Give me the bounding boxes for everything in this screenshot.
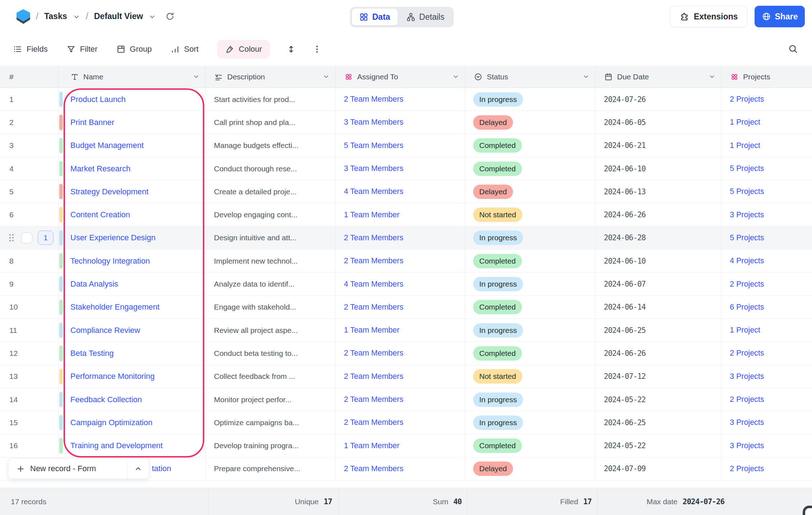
status-cell[interactable]: Delayed [465, 180, 596, 203]
task-description-cell[interactable]: Engage with stakehold... [206, 296, 336, 319]
task-description-cell[interactable]: Review all project aspe... [206, 319, 336, 342]
task-name-cell[interactable]: Technology Integration [59, 250, 206, 273]
status-cell[interactable]: Completed [465, 157, 596, 180]
task-name-link[interactable]: Content Creation [70, 210, 130, 219]
status-cell[interactable]: In progress [465, 319, 596, 342]
task-description-cell[interactable]: Call print shop and pla... [206, 111, 336, 134]
task-description-cell[interactable]: Analyze data to identif... [206, 273, 336, 296]
projects-cell[interactable]: 2 Projects [722, 342, 812, 365]
projects-link[interactable]: 1 Project [730, 118, 760, 127]
projects-link[interactable]: 1 Project [730, 141, 760, 150]
chevron-down-icon[interactable] [583, 73, 589, 80]
task-name-link[interactable]: Training and Development [70, 441, 163, 450]
task-name-cell[interactable]: Product Launch [59, 88, 206, 111]
column-header-due-date[interactable]: Due Date [596, 66, 722, 88]
task-name-link[interactable]: Print Banner [70, 118, 114, 127]
table-row[interactable]: 12 Beta Testing Conduct beta testing to.… [0, 342, 812, 365]
assigned-to-cell[interactable]: 2 Team Members [336, 388, 465, 411]
assigned-to-cell[interactable]: 3 Team Members [336, 111, 465, 134]
extensions-button[interactable]: Extensions [670, 6, 747, 27]
due-date-cell[interactable]: 2024-06-13 [596, 180, 722, 203]
task-name-cell[interactable]: Strategy Development [59, 180, 206, 203]
task-description-cell[interactable]: Manage budgets effecti... [206, 134, 336, 157]
assigned-to-link[interactable]: 2 Team Members [344, 95, 403, 104]
assigned-to-cell[interactable]: 2 Team Members [336, 88, 465, 111]
task-name-cell[interactable]: User Experience Design [59, 227, 206, 250]
assigned-to-link[interactable]: 2 Team Members [344, 395, 403, 404]
task-name-cell[interactable]: Stakeholder Engagement [59, 296, 206, 319]
task-name-cell[interactable]: Content Creation [59, 203, 206, 226]
due-date-cell[interactable]: 2024-06-07 [596, 273, 722, 296]
task-description-cell[interactable]: Implement new technol... [206, 250, 336, 273]
status-cell[interactable]: Completed [465, 434, 596, 457]
assigned-to-link[interactable]: 2 Team Members [344, 256, 403, 265]
status-cell[interactable]: In progress [465, 227, 596, 250]
task-name-cell[interactable]: Data Analysis [59, 273, 206, 296]
assigned-to-link[interactable]: 1 Team Member [344, 441, 400, 450]
column-header-projects[interactable]: Projects [722, 66, 812, 88]
projects-link[interactable]: 2 Projects [730, 464, 764, 473]
row-index-cell[interactable]: 5 [0, 180, 59, 203]
fields-button[interactable]: Fields [13, 45, 48, 54]
task-name-link[interactable]: Technology Integration [70, 256, 150, 266]
table-row[interactable]: 15 Campaign Optimization Optimize campai… [0, 411, 812, 434]
projects-cell[interactable]: 3 Projects [722, 203, 812, 226]
tab-data[interactable]: Data [352, 9, 398, 25]
assigned-to-cell[interactable]: 2 Team Members [336, 411, 465, 434]
assigned-to-cell[interactable]: 2 Team Members [336, 365, 465, 388]
row-index-cell[interactable]: 8 [0, 250, 59, 273]
projects-link[interactable]: 5 Projects [730, 187, 764, 196]
row-index-cell[interactable]: 1 [0, 227, 59, 250]
task-description-cell[interactable]: Design intuitive and att... [206, 227, 336, 250]
table-row[interactable]: 4 Market Research Conduct thorough rese.… [0, 157, 812, 180]
projects-link[interactable]: 2 Projects [730, 280, 764, 289]
projects-link[interactable]: 2 Projects [730, 95, 764, 104]
chevron-down-icon[interactable] [193, 73, 200, 80]
assigned-to-link[interactable]: 5 Team Members [344, 141, 403, 150]
table-row[interactable]: 6 Content Creation Develop engaging cont… [0, 203, 812, 226]
due-date-cell[interactable]: 2024-06-10 [596, 157, 722, 180]
row-index-cell[interactable]: 1 [0, 88, 59, 111]
projects-link[interactable]: 2 Projects [730, 395, 764, 404]
task-name-link[interactable]: Campaign Optimization [70, 418, 153, 427]
projects-cell[interactable]: 1 Project [722, 319, 812, 342]
task-name-cell[interactable]: Compliance Review [59, 319, 206, 342]
status-cell[interactable]: In progress [465, 88, 596, 111]
row-index-cell[interactable]: 4 [0, 157, 59, 180]
assigned-to-link[interactable]: 1 Team Member [344, 326, 400, 335]
status-cell[interactable]: In progress [465, 411, 596, 434]
row-index-cell[interactable]: 11 [0, 319, 59, 342]
column-header-status[interactable]: Status [465, 66, 596, 88]
projects-link[interactable]: 5 Projects [730, 233, 764, 242]
projects-cell[interactable]: 2 Projects [722, 273, 812, 296]
assigned-to-link[interactable]: 3 Team Members [344, 118, 403, 127]
due-date-cell[interactable]: 2024-07-12 [596, 365, 722, 388]
task-name-link[interactable]: Budget Management [70, 141, 144, 150]
table-row[interactable]: 2 Print Banner Call print shop and pla..… [0, 111, 812, 134]
projects-cell[interactable]: 5 Projects [722, 180, 812, 203]
task-name-cell[interactable]: Budget Management [59, 134, 206, 157]
chevron-down-icon[interactable] [709, 73, 715, 80]
projects-cell[interactable]: 3 Projects [722, 434, 812, 457]
task-name-link[interactable]: Data Analysis [70, 279, 118, 289]
stat-filled[interactable]: Filled 17 [560, 488, 592, 515]
assigned-to-link[interactable]: 4 Team Members [344, 280, 403, 289]
due-date-cell[interactable]: 2024-06-05 [596, 111, 722, 134]
assigned-to-link[interactable]: 2 Team Members [344, 418, 403, 427]
colour-button[interactable]: Colour [217, 40, 270, 59]
assigned-to-cell[interactable]: 2 Team Members [336, 342, 465, 365]
assigned-to-link[interactable]: 3 Team Members [344, 164, 403, 173]
row-checkbox[interactable] [21, 232, 32, 243]
task-description-cell[interactable]: Create a detailed proje... [206, 180, 336, 203]
row-index-cell[interactable]: 6 [0, 203, 59, 226]
status-cell[interactable]: Not started [465, 365, 596, 388]
task-name-cell[interactable]: Market Research [59, 157, 206, 180]
filter-button[interactable]: Filter [66, 45, 98, 54]
due-date-cell[interactable]: 2024-07-09 [596, 458, 722, 481]
new-record-main[interactable]: New record - Form [8, 464, 127, 473]
task-description-cell[interactable]: Conduct beta testing to... [206, 342, 336, 365]
assigned-to-link[interactable]: 2 Team Members [344, 464, 403, 473]
status-cell[interactable]: Delayed [465, 458, 596, 481]
share-button[interactable]: Share [755, 6, 805, 27]
row-index-cell[interactable]: 13 [0, 365, 59, 388]
